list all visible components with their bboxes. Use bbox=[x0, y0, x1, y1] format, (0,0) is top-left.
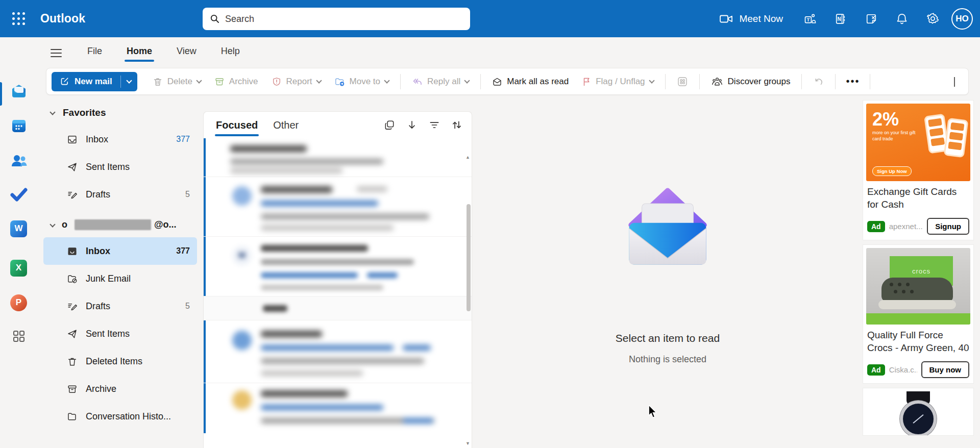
chevron-down-icon bbox=[50, 221, 55, 227]
archive-box-icon bbox=[67, 384, 78, 394]
undo-button[interactable] bbox=[808, 73, 829, 90]
list-item[interactable] bbox=[204, 138, 472, 177]
folder-drafts[interactable]: Drafts 5 bbox=[37, 292, 203, 320]
onenote-button[interactable]: N bbox=[829, 7, 852, 31]
archive-button[interactable]: Archive bbox=[209, 73, 263, 90]
move-to-button[interactable]: Move to bbox=[329, 73, 394, 90]
ad-buy-now-button[interactable]: Buy now bbox=[921, 361, 970, 378]
meet-now-label: Meet Now bbox=[739, 13, 783, 24]
rail-more-apps-button[interactable] bbox=[0, 322, 37, 351]
delete-button[interactable]: Delete bbox=[148, 73, 206, 90]
rail-todo-button[interactable] bbox=[0, 180, 37, 209]
redacted-account-name bbox=[75, 219, 151, 230]
ad-image-watch bbox=[866, 391, 970, 435]
rail-excel-button[interactable]: X bbox=[0, 254, 37, 282]
send-icon bbox=[67, 329, 78, 339]
list-item[interactable] bbox=[204, 320, 472, 383]
menu-home[interactable]: Home bbox=[126, 44, 153, 62]
app-rail: W X P bbox=[0, 37, 37, 448]
trash-icon bbox=[67, 356, 78, 367]
move-folder-icon bbox=[334, 77, 345, 87]
ad-title: Quality Full Force Crocs - Army Green, 4… bbox=[867, 329, 969, 354]
ad-card-giftcards[interactable]: 2% more on your first gift card trade Si… bbox=[863, 100, 974, 240]
folder-inbox[interactable]: Inbox 377 bbox=[43, 237, 197, 265]
rail-word-button[interactable]: W bbox=[0, 214, 37, 243]
rail-calendar-button[interactable] bbox=[0, 112, 37, 140]
board-grid-icon bbox=[677, 76, 688, 87]
settings-button[interactable] bbox=[921, 7, 944, 31]
hamburger-icon[interactable] bbox=[48, 47, 64, 59]
meet-now-button[interactable]: Meet Now bbox=[720, 13, 783, 24]
scroll-down-icon[interactable]: ▼ bbox=[465, 441, 470, 446]
more-options-button[interactable]: ••• bbox=[842, 76, 864, 87]
discover-groups-button[interactable]: Discover groups bbox=[706, 73, 796, 90]
list-item[interactable] bbox=[204, 177, 472, 237]
new-mail-button[interactable]: New mail bbox=[52, 72, 137, 91]
report-button[interactable]: Report bbox=[266, 73, 326, 90]
tab-focused[interactable]: Focused bbox=[215, 116, 259, 134]
rail-mail-button[interactable] bbox=[0, 77, 37, 106]
empty-state-subtitle: Nothing is selected bbox=[473, 354, 863, 365]
filter-icon[interactable] bbox=[429, 119, 440, 131]
svg-text:T: T bbox=[807, 17, 810, 22]
rail-powerpoint-button[interactable]: P bbox=[0, 288, 37, 317]
menu-help[interactable]: Help bbox=[220, 44, 241, 62]
app-launcher-icon[interactable] bbox=[0, 0, 37, 37]
account-section-header[interactable]: o @o... bbox=[37, 208, 203, 237]
ad-card-crocs[interactable]: crocs Quality Full Force Crocs - Army Gr… bbox=[863, 244, 974, 384]
empty-state-envelope-illustration bbox=[614, 182, 721, 270]
avatar bbox=[232, 186, 252, 206]
favorite-drafts[interactable]: Drafts 5 bbox=[37, 181, 203, 208]
excel-icon: X bbox=[10, 260, 27, 277]
account-avatar[interactable]: HO bbox=[951, 8, 973, 30]
undo-icon bbox=[813, 77, 824, 87]
ad-signup-button[interactable]: Signup bbox=[927, 218, 969, 235]
tab-other[interactable]: Other bbox=[272, 116, 300, 134]
mark-all-read-button[interactable]: Mark all as read bbox=[487, 73, 574, 90]
new-mail-label: New mail bbox=[75, 77, 112, 87]
ad-domain: Ciska.c... bbox=[889, 365, 917, 374]
folder-junk-email[interactable]: Junk Email bbox=[37, 265, 203, 292]
apps-grid-icon bbox=[11, 329, 27, 344]
folder-sent-items[interactable]: Sent Items bbox=[37, 320, 203, 347]
collapse-ribbon-button[interactable] bbox=[946, 77, 963, 86]
scroll-up-icon[interactable]: ▲ bbox=[465, 155, 470, 160]
folder-archive[interactable]: Archive bbox=[37, 375, 203, 403]
bell-icon bbox=[895, 12, 909, 26]
ad-card-watch[interactable] bbox=[863, 388, 974, 436]
board-view-button[interactable] bbox=[672, 72, 693, 91]
sort-direction-icon[interactable] bbox=[406, 119, 418, 131]
scrollbar[interactable]: ▲ ▼ bbox=[465, 156, 471, 446]
search-icon bbox=[210, 14, 220, 24]
drafts-pencil-icon bbox=[67, 189, 78, 200]
select-messages-icon[interactable] bbox=[384, 119, 395, 131]
folder-deleted-items[interactable]: Deleted Items bbox=[37, 347, 203, 375]
reply-all-button[interactable]: Reply all bbox=[407, 73, 474, 90]
ribbon-toolbar: New mail Delete Archive Report Move to bbox=[46, 68, 969, 95]
menu-view[interactable]: View bbox=[176, 44, 198, 62]
rail-people-button[interactable] bbox=[0, 146, 37, 175]
search-input[interactable]: Search bbox=[203, 8, 470, 30]
todo-check-icon bbox=[10, 187, 28, 202]
favorites-header[interactable]: Favorites bbox=[37, 100, 203, 126]
ad-domain: apexnet... bbox=[889, 222, 923, 231]
flag-unflag-button[interactable]: Flag / Unflag bbox=[577, 73, 658, 90]
favorite-sent-items[interactable]: Sent Items bbox=[37, 153, 203, 181]
menu-file[interactable]: File bbox=[86, 44, 103, 62]
svg-text:N: N bbox=[838, 16, 841, 21]
teams-button[interactable]: T bbox=[798, 7, 822, 31]
empty-state-title: Select an item to read bbox=[473, 332, 863, 344]
menu-bar: File Home View Help bbox=[48, 44, 241, 62]
scrollbar-thumb[interactable] bbox=[467, 204, 471, 311]
new-mail-dropdown[interactable] bbox=[121, 72, 137, 91]
junk-folder-icon bbox=[67, 273, 78, 284]
favorite-inbox[interactable]: Inbox 377 bbox=[37, 126, 203, 153]
inbox-filled-icon bbox=[67, 246, 78, 257]
mail-icon bbox=[10, 82, 28, 101]
notes-button[interactable] bbox=[860, 7, 883, 31]
folder-conversation-history[interactable]: Conversation Histo... bbox=[37, 403, 203, 430]
notifications-button[interactable] bbox=[890, 7, 914, 31]
sort-order-icon[interactable] bbox=[451, 119, 462, 131]
list-item[interactable] bbox=[204, 383, 472, 433]
list-item[interactable]: M bbox=[204, 237, 472, 296]
